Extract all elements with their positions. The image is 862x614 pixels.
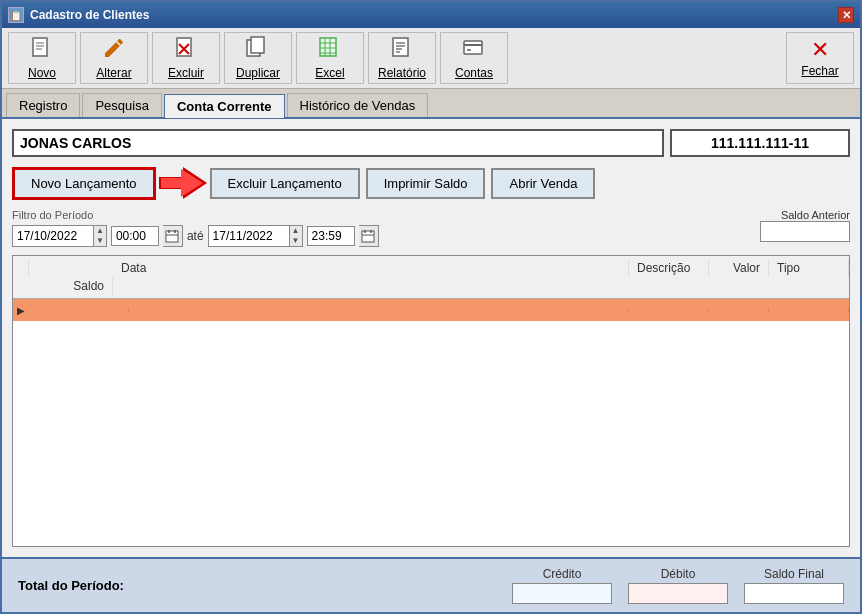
fechar-button[interactable]: ✕ Fechar [786, 32, 854, 84]
credito-label: Crédito [543, 567, 582, 581]
novo-lancamento-button[interactable]: Novo Lançamento [12, 167, 156, 200]
excluir-button[interactable]: Excluir [152, 32, 220, 84]
date-to-input[interactable] [209, 227, 289, 245]
time-to-cal-button[interactable] [359, 225, 379, 247]
svg-rect-20 [464, 41, 482, 54]
title-bar: 📋 Cadastro de Clientes ✕ [2, 2, 860, 28]
credito-field-group: Crédito [512, 567, 612, 604]
fechar-icon: ✕ [811, 39, 829, 61]
table-body: ▶ [13, 299, 849, 546]
abrir-venda-button[interactable]: Abrir Venda [491, 168, 595, 199]
data-table: Data Descrição Valor Tipo Saldo ▶ [12, 255, 850, 547]
saldo-anterior-section: Saldo Anterior [760, 209, 850, 242]
tab-historico-vendas[interactable]: Histórico de Vendas [287, 93, 429, 117]
debito-input[interactable] [628, 583, 728, 604]
saldo-final-label: Saldo Final [764, 567, 824, 581]
duplicar-label: Duplicar [236, 66, 280, 80]
contas-icon [462, 36, 486, 63]
date-from-input[interactable] [13, 227, 93, 245]
contas-label: Contas [455, 66, 493, 80]
cell-valor [629, 308, 709, 312]
arrow-indicator [159, 165, 207, 201]
cell-tipo [709, 308, 769, 312]
window-close-button[interactable]: ✕ [838, 7, 854, 23]
col-data: Data [113, 259, 629, 277]
excel-icon [318, 36, 342, 63]
excluir-icon [174, 36, 198, 63]
relatorio-label: Relatório [378, 66, 426, 80]
excel-label: Excel [315, 66, 344, 80]
svg-rect-15 [393, 38, 408, 56]
cell-saldo [769, 308, 849, 312]
footer: Total do Período: Crédito Débito Saldo F… [2, 557, 860, 612]
ate-label: até [187, 229, 204, 243]
date-to-wrapper: ▲ ▼ [208, 225, 303, 246]
svg-rect-22 [467, 49, 471, 51]
col-descricao: Descrição [629, 259, 709, 277]
saldo-anterior-label: Saldo Anterior [781, 209, 850, 221]
content-area: Novo Lançamento Excluir Lançamento Impri… [2, 119, 860, 557]
client-header [12, 129, 850, 157]
novo-icon [30, 36, 54, 63]
debito-field-group: Débito [628, 567, 728, 604]
date-from-wrapper: ▲ ▼ [12, 225, 107, 246]
excel-button[interactable]: Excel [296, 32, 364, 84]
debito-label: Débito [661, 567, 696, 581]
excluir-label: Excluir [168, 66, 204, 80]
window-title: Cadastro de Clientes [30, 8, 149, 22]
title-bar-left: 📋 Cadastro de Clientes [8, 7, 149, 23]
alterar-button[interactable]: Alterar [80, 32, 148, 84]
main-window: 📋 Cadastro de Clientes ✕ Novo Alterar Ex… [0, 0, 862, 614]
saldo-anterior-input[interactable] [760, 221, 850, 242]
cell-descricao [129, 308, 629, 312]
date-to-spinner[interactable]: ▲ ▼ [289, 226, 302, 245]
fechar-label: Fechar [801, 64, 838, 78]
alterar-icon [102, 36, 126, 63]
action-buttons-row: Novo Lançamento Excluir Lançamento Impri… [12, 165, 850, 201]
tab-pesquisa[interactable]: Pesquisa [82, 93, 161, 117]
duplicar-button[interactable]: Duplicar [224, 32, 292, 84]
calendar-to-icon [361, 229, 375, 243]
svg-rect-25 [166, 231, 178, 242]
total-periodo-label: Total do Período: [18, 578, 124, 593]
svg-rect-8 [251, 37, 264, 53]
saldo-final-input[interactable] [744, 583, 844, 604]
saldo-final-field-group: Saldo Final [744, 567, 844, 604]
footer-fields: Crédito Débito Saldo Final [512, 567, 844, 604]
row-indicator: ▶ [13, 305, 29, 316]
col-saldo: Saldo [13, 277, 113, 295]
calendar-icon [165, 229, 179, 243]
relatorio-icon [390, 36, 414, 63]
excluir-lancamento-button[interactable]: Excluir Lançamento [210, 168, 360, 199]
credito-input[interactable] [512, 583, 612, 604]
window-icon: 📋 [8, 7, 24, 23]
novo-label: Novo [28, 66, 56, 80]
svg-marker-24 [161, 169, 203, 197]
relatorio-button[interactable]: Relatório [368, 32, 436, 84]
red-arrow-icon [159, 165, 207, 201]
svg-rect-29 [362, 231, 374, 242]
table-row[interactable]: ▶ [13, 299, 849, 321]
contas-button[interactable]: Contas [440, 32, 508, 84]
time-to-input[interactable] [307, 226, 355, 246]
tab-bar: Registro Pesquisa Conta Corrente Históri… [2, 89, 860, 119]
table-header: Data Descrição Valor Tipo Saldo [13, 256, 849, 299]
svg-rect-0 [33, 38, 47, 56]
date-from-spinner[interactable]: ▲ ▼ [93, 226, 106, 245]
col-tipo: Tipo [769, 259, 849, 277]
cell-data [29, 308, 129, 312]
imprimir-saldo-button[interactable]: Imprimir Saldo [366, 168, 486, 199]
filter-label: Filtro do Período [12, 209, 379, 221]
col-valor: Valor [709, 259, 769, 277]
tab-conta-corrente[interactable]: Conta Corrente [164, 94, 285, 118]
toolbar: Novo Alterar Excluir Duplicar Excel [2, 28, 860, 89]
client-name-field[interactable] [12, 129, 664, 157]
time-from-cal-button[interactable] [163, 225, 183, 247]
alterar-label: Alterar [96, 66, 131, 80]
duplicar-icon [246, 36, 270, 63]
novo-button[interactable]: Novo [8, 32, 76, 84]
time-from-input[interactable] [111, 226, 159, 246]
tab-registro[interactable]: Registro [6, 93, 80, 117]
client-cpf-field[interactable] [670, 129, 850, 157]
